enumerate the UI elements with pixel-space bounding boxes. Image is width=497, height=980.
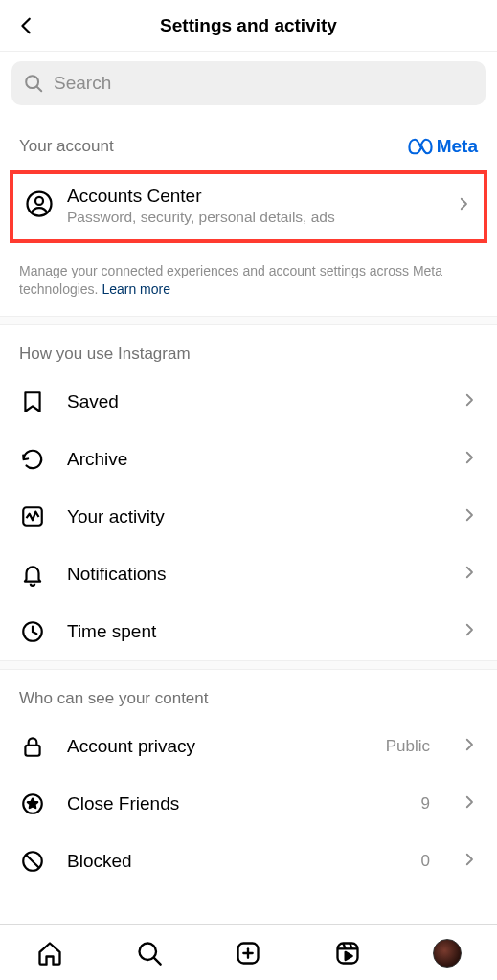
chevron-right-icon [461,391,478,412]
accounts-center-row[interactable]: Accounts Center Password, security, pers… [19,182,478,230]
visibility-section-label: Who can see your content [0,670,497,718]
chevron-right-icon [461,564,478,585]
activity-icon [19,503,46,530]
row-closefriends[interactable]: Close Friends 9 [0,775,497,833]
row-closefriends-label: Close Friends [67,793,400,814]
section-divider [0,660,497,670]
person-circle-icon [25,189,54,222]
row-privacy-value: Public [386,737,430,756]
row-timespent[interactable]: Time spent [0,603,497,660]
back-button[interactable] [13,12,40,39]
star-circle-icon [19,791,46,817]
row-privacy[interactable]: Account privacy Public [0,718,497,775]
section-divider [0,316,497,325]
svg-point-3 [35,197,43,205]
meta-icon [408,138,433,155]
page-title: Settings and activity [160,15,337,36]
chevron-right-icon [455,195,472,216]
avatar-icon [433,939,462,968]
search-placeholder: Search [54,73,111,94]
row-activity[interactable]: Your activity [0,488,497,546]
svg-line-9 [26,855,39,868]
account-section-header: Your account Meta [0,117,497,161]
row-notifications-label: Notifications [67,564,440,585]
row-archive[interactable]: Archive [0,431,497,488]
header: Settings and activity [0,0,497,52]
row-privacy-label: Account privacy [67,736,365,757]
lock-icon [19,733,46,760]
svg-line-1 [37,87,42,92]
chevron-right-icon [461,621,478,642]
row-notifications[interactable]: Notifications [0,546,497,603]
learn-more-link[interactable]: Learn more [102,281,170,297]
accounts-center-highlight: Accounts Center Password, security, pers… [10,170,487,243]
tab-search[interactable] [130,934,169,972]
blocked-icon [19,848,46,875]
row-activity-label: Your activity [67,506,440,527]
tab-reels[interactable] [328,934,367,972]
accounts-center-title: Accounts Center [67,186,441,207]
meta-brand: Meta [408,136,478,157]
usage-section-label: How you use Instagram [0,325,497,373]
row-archive-label: Archive [67,449,440,470]
row-saved-label: Saved [67,391,440,412]
svg-line-11 [154,957,161,964]
archive-icon [19,446,46,473]
search-input[interactable]: Search [11,61,486,105]
meta-brand-text: Meta [437,136,478,157]
account-section-label: Your account [19,137,114,156]
row-saved[interactable]: Saved [0,373,497,431]
bottom-tabbar [0,924,497,980]
tab-profile[interactable] [428,934,466,972]
account-footnote-text: Manage your connected experiences and ac… [19,263,442,297]
chevron-right-icon [461,851,478,872]
row-timespent-label: Time spent [67,621,440,642]
search-icon [23,73,44,94]
tab-home[interactable] [31,934,69,972]
row-blocked-value: 0 [421,852,430,871]
search-container: Search [0,52,497,117]
bell-icon [19,561,46,588]
row-blocked-label: Blocked [67,851,400,872]
row-closefriends-value: 9 [421,794,430,813]
plus-square-icon [235,940,261,967]
chevron-right-icon [461,449,478,470]
account-footnote: Manage your connected experiences and ac… [0,253,497,316]
bookmark-icon [19,389,46,415]
reels-icon [334,940,361,967]
chevron-left-icon [16,15,37,36]
chevron-right-icon [461,736,478,757]
search-icon [136,940,163,967]
tab-create[interactable] [229,934,267,972]
accounts-center-subtitle: Password, security, personal details, ad… [67,209,441,226]
chevron-right-icon [461,793,478,814]
svg-rect-6 [25,746,39,756]
chevron-right-icon [461,506,478,527]
home-icon [36,940,63,967]
row-blocked[interactable]: Blocked 0 [0,833,497,890]
clock-icon [19,618,46,645]
